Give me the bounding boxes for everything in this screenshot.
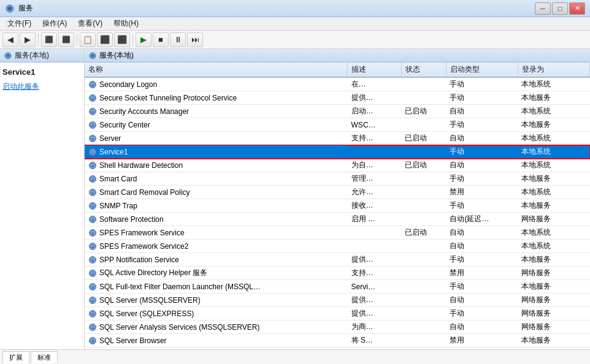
- left-panel-title-text: 服务(本地): [15, 50, 49, 61]
- service-status-cell: [401, 186, 446, 199]
- menu-help[interactable]: 帮助(H): [109, 17, 144, 30]
- service-icon: [88, 202, 97, 210]
- service-startup-cell: 禁用: [446, 334, 518, 347]
- left-panel-title-bar: 服务(本地): [0, 49, 84, 63]
- toolbar-btn-3[interactable]: 📋: [80, 32, 96, 47]
- service-desc-cell: [348, 226, 402, 240]
- table-row[interactable]: Security Accounts Manager 启动… 已启动 自动 本地系…: [85, 105, 590, 118]
- col-startup[interactable]: 启动类型: [446, 63, 518, 77]
- left-panel-content: Service1 启动此服务: [0, 63, 84, 97]
- table-row[interactable]: Smart Card Removal Policy 允许… 禁用 本地系统: [85, 186, 590, 199]
- minimize-button[interactable]: ─: [535, 2, 551, 15]
- toolbar-btn-4[interactable]: ⬛: [97, 32, 113, 47]
- menu-view[interactable]: 查看(V): [73, 17, 107, 30]
- service-startup-cell: 手动: [446, 77, 518, 91]
- tab-expand[interactable]: 扩展: [2, 351, 29, 363]
- service-logon-cell: 本地服务: [518, 91, 589, 105]
- svg-rect-52: [91, 232, 94, 232]
- close-button[interactable]: ✕: [569, 2, 585, 15]
- maximize-button[interactable]: □: [552, 2, 568, 15]
- service-icon: [88, 323, 97, 332]
- svg-rect-41: [91, 192, 94, 193]
- menu-file[interactable]: 文件(F): [2, 17, 36, 30]
- svg-rect-73: [91, 300, 94, 301]
- table-row[interactable]: SPES Framework Service2 自动 本地系统: [85, 240, 590, 253]
- svg-rect-61: [91, 260, 94, 260]
- table-row[interactable]: SNMP Trap 接收… 手动 本地服务: [85, 199, 590, 213]
- service-table[interactable]: 名称 描述 状态 启动类型 登录为 Secondary Logo: [85, 63, 590, 349]
- service-icon: [88, 121, 97, 129]
- col-status[interactable]: 状态: [401, 63, 446, 77]
- play-button[interactable]: ▶: [136, 32, 151, 47]
- service-logon-cell: 本地服务: [518, 334, 589, 347]
- service-desc-cell: 支持…: [348, 132, 402, 145]
- up-button[interactable]: ⬛: [41, 32, 57, 47]
- service-icon: [88, 336, 97, 345]
- svg-rect-20: [91, 124, 94, 124]
- service-icon: [88, 148, 97, 156]
- service-desc-cell: 启用 …: [348, 213, 402, 226]
- svg-rect-57: [91, 246, 94, 247]
- service-status-cell: [401, 145, 446, 159]
- toolbar-btn-5[interactable]: ⬛: [114, 32, 130, 47]
- table-row[interactable]: SQL Active Directory Helper 服务 支持… 禁用 网络…: [85, 267, 590, 280]
- col-desc[interactable]: 描述: [348, 63, 402, 77]
- stop-button[interactable]: ■: [153, 32, 169, 47]
- service-status-cell: [401, 213, 446, 226]
- toolbar-separator-2: [77, 34, 77, 46]
- col-logon[interactable]: 登录为: [518, 63, 589, 77]
- forward-button[interactable]: ▶: [20, 32, 36, 47]
- back-button[interactable]: ◀: [2, 32, 18, 47]
- table-row[interactable]: SQL Server Browser 将 S… 禁用 本地服务: [85, 334, 590, 347]
- service-desc-cell: 管理…: [348, 172, 402, 186]
- table-row[interactable]: Secure Socket Tunneling Protocol Service…: [85, 91, 590, 105]
- service-logon-cell: 网络服务: [518, 294, 589, 307]
- service-icon: [88, 188, 97, 197]
- refresh-button[interactable]: ⬛: [58, 32, 74, 47]
- restart-button[interactable]: ⏭: [187, 32, 203, 47]
- table-row[interactable]: SPES Framework Service 已启动 自动 本地系统: [85, 226, 590, 240]
- service-logon-cell: 网络服务: [518, 320, 589, 334]
- table-row[interactable]: Shell Hardware Detection 为自… 已启动 自动 本地系统: [85, 159, 590, 172]
- table-row[interactable]: SQL Server (MSSQLSERVER) 提供… 自动 网络服务: [85, 294, 590, 307]
- svg-rect-24: [91, 137, 94, 138]
- service-desc-cell: 在…: [348, 77, 402, 91]
- svg-rect-33: [91, 165, 94, 166]
- service-startup-cell: 手动: [446, 172, 518, 186]
- service-startup-cell: 自动: [446, 105, 518, 118]
- svg-rect-48: [91, 218, 94, 219]
- table-row[interactable]: Software Protection 启用 … 自动(延迟… 网络服务: [85, 213, 590, 226]
- pause-button[interactable]: ⏸: [170, 32, 186, 47]
- service-status-cell: [401, 240, 446, 253]
- service-logon-cell: 本地系统: [518, 145, 589, 159]
- service-desc-cell: 提供…: [348, 253, 402, 267]
- service-icon: [88, 134, 97, 143]
- service-logon-cell: 本地系统: [518, 105, 589, 118]
- service-icon: [88, 215, 97, 224]
- table-row[interactable]: SQL Server Analysis Services (MSSQLSERVE…: [85, 320, 590, 334]
- table-row[interactable]: SQL Server (SQLEXPRESS) 提供… 手动 网络服务: [85, 307, 590, 320]
- table-row[interactable]: Smart Card 管理… 手动 本地服务: [85, 172, 590, 186]
- service-startup-cell: 手动: [446, 280, 518, 294]
- table-row[interactable]: Server 支持… 已启动 自动 本地系统: [85, 132, 590, 145]
- service-name-cell: Server: [85, 132, 348, 145]
- service-startup-cell: 自动: [446, 294, 518, 307]
- service-name-cell: Smart Card: [85, 172, 348, 186]
- table-row[interactable]: Service1 手动 本地系统: [85, 145, 590, 159]
- service-status-cell: [401, 118, 446, 132]
- service-icon: [88, 269, 97, 278]
- menu-action[interactable]: 操作(A): [37, 17, 72, 30]
- tab-standard[interactable]: 标准: [31, 351, 58, 363]
- start-service-link[interactable]: 启动此服务: [2, 82, 82, 92]
- service-name-cell: SQL Active Directory Helper 服务: [85, 267, 348, 280]
- table-row[interactable]: SQL Full-text Filter Daemon Launcher (MS…: [85, 280, 590, 294]
- table-row[interactable]: Secondary Logon 在… 手动 本地系统: [85, 77, 590, 91]
- table-row[interactable]: SPP Notification Service 提供… 手动 本地服务: [85, 253, 590, 267]
- table-row[interactable]: Security Center WSC… 手动 本地服务: [85, 118, 590, 132]
- svg-rect-37: [91, 179, 94, 180]
- svg-point-3: [7, 55, 9, 57]
- col-name[interactable]: 名称: [85, 63, 348, 77]
- svg-rect-80: [91, 326, 94, 327]
- service-name-cell: SPP Notification Service: [85, 253, 348, 267]
- service-icon: [88, 256, 97, 264]
